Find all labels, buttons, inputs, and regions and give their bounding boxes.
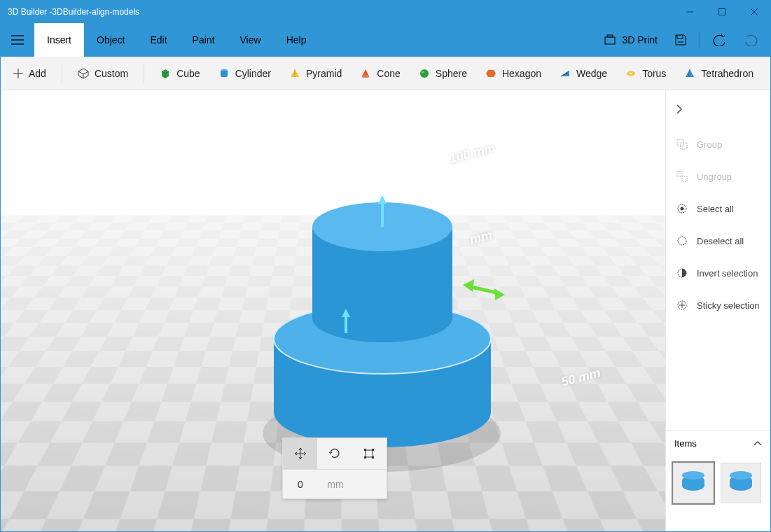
tab-label: Object	[97, 34, 125, 46]
items-header[interactable]: Items	[666, 430, 770, 456]
svg-rect-32	[364, 456, 366, 458]
tab-edit[interactable]: Edit	[137, 23, 179, 57]
deselect-all-button[interactable]: Deselect all	[666, 225, 770, 257]
sticky-selection-button[interactable]: Sticky selection	[666, 289, 770, 321]
undo-icon	[713, 34, 727, 46]
cone-icon	[360, 68, 371, 79]
tetrahedron-icon	[684, 68, 695, 79]
svg-rect-29	[366, 450, 373, 457]
shape-wedge[interactable]: Wedge	[555, 65, 611, 82]
tab-view[interactable]: View	[228, 23, 274, 57]
cube-outline-icon	[78, 68, 89, 79]
expand-panel-button[interactable]	[666, 99, 770, 120]
insert-ribbon: Add Custom Cube Cylinder Pyramid Cone Sp…	[1, 57, 770, 90]
shape-torus[interactable]: Torus	[621, 65, 670, 82]
menu-bar: Insert Object Edit Paint View Help 3D Pr…	[1, 23, 770, 57]
shape-cone[interactable]: Cone	[356, 65, 404, 82]
print-3d-icon	[604, 34, 616, 46]
maximize-icon	[718, 8, 725, 15]
group-label: Group	[697, 139, 722, 150]
svg-point-39	[681, 207, 684, 211]
group-button[interactable]: Group	[666, 128, 770, 160]
close-button[interactable]	[738, 1, 770, 23]
custom-button[interactable]: Custom	[74, 65, 132, 82]
tab-object[interactable]: Object	[84, 23, 137, 57]
hamburger-button[interactable]	[1, 23, 34, 57]
tab-label: Insert	[47, 34, 71, 46]
group-icon	[676, 138, 688, 150]
svg-point-14	[422, 71, 424, 73]
scale-mode-button[interactable]	[352, 438, 387, 469]
tab-insert[interactable]: Insert	[34, 23, 84, 57]
shape-label: Wedge	[576, 68, 607, 79]
svg-rect-36	[677, 172, 682, 176]
shape-cylinder[interactable]: Cylinder	[214, 65, 275, 82]
svg-marker-27	[494, 288, 505, 300]
plus-icon	[13, 69, 23, 78]
wedge-icon	[560, 68, 571, 79]
hexagon-icon	[485, 68, 496, 79]
invert-selection-label: Invert selection	[697, 268, 758, 279]
sticky-selection-icon	[676, 299, 688, 312]
undo-button[interactable]	[706, 23, 734, 57]
separator	[144, 64, 144, 83]
item-thumbnail[interactable]	[673, 463, 714, 503]
shape-label: Hexagon	[502, 68, 541, 79]
separator	[62, 64, 62, 83]
divider	[700, 31, 700, 48]
shape-tetrahedron[interactable]: Tetrahedron	[680, 65, 758, 82]
tab-help[interactable]: Help	[274, 23, 319, 57]
chevron-up-icon	[753, 440, 762, 448]
tab-paint[interactable]: Paint	[180, 23, 228, 57]
window-title: 3D Builder -3DBuilder-align-models	[1, 7, 674, 17]
cylinder-thumb-icon	[730, 475, 752, 491]
svg-rect-1	[719, 9, 725, 15]
shape-label: Cylinder	[235, 68, 271, 79]
pyramid-icon	[289, 68, 300, 79]
shape-hexagon[interactable]: Hexagon	[481, 65, 546, 82]
side-panel: Group Ungroup Select all Deselect all In…	[665, 90, 770, 531]
select-all-label: Select all	[697, 204, 734, 214]
select-all-button[interactable]: Select all	[666, 192, 770, 225]
rotate-icon	[328, 447, 341, 460]
svg-marker-28	[463, 279, 474, 292]
shape-pyramid[interactable]: Pyramid	[285, 65, 346, 82]
svg-marker-23	[378, 195, 387, 204]
save-button[interactable]	[667, 23, 694, 57]
tab-label: Paint	[193, 34, 215, 46]
cube-icon	[160, 68, 171, 79]
shape-label: Tetrahedron	[701, 68, 753, 79]
shape-sphere[interactable]: Sphere	[415, 65, 471, 82]
redo-icon	[744, 34, 758, 46]
shape-cube[interactable]: Cube	[155, 65, 204, 82]
svg-rect-30	[364, 449, 366, 451]
tab-label: Edit	[150, 34, 167, 46]
invert-selection-button[interactable]: Invert selection	[666, 257, 770, 289]
hamburger-icon	[11, 35, 24, 45]
cylinder-icon	[218, 68, 230, 79]
transform-toolbox: 0 mm	[282, 438, 387, 499]
main-area: 100 mm mm 50 mm 0 mm	[1, 90, 770, 531]
redo-button[interactable]	[737, 23, 765, 57]
move-mode-button[interactable]	[283, 438, 317, 469]
shape-label: Torus	[642, 68, 666, 79]
select-all-icon	[676, 202, 688, 215]
shape-label: Sphere	[436, 68, 467, 79]
save-icon	[674, 34, 687, 46]
item-thumbnail[interactable]	[721, 463, 761, 503]
maximize-button[interactable]	[706, 1, 738, 23]
3d-viewport[interactable]: 100 mm mm 50 mm 0 mm	[1, 90, 665, 531]
ungroup-button[interactable]: Ungroup	[666, 160, 770, 192]
sticky-selection-label: Sticky selection	[697, 300, 760, 311]
add-button[interactable]: Add	[9, 65, 50, 82]
minimize-button[interactable]	[674, 1, 706, 23]
shape-label: Cube	[176, 68, 200, 79]
transform-unit: mm	[318, 479, 353, 490]
transform-value[interactable]: 0	[283, 479, 318, 490]
app-window: 3D Builder -3DBuilder-align-models Inser…	[0, 0, 771, 532]
print-3d-button[interactable]: 3D Print	[597, 23, 665, 57]
scale-icon	[363, 447, 375, 460]
rotate-mode-button[interactable]	[317, 438, 352, 469]
cylinder-thumb-icon	[682, 475, 704, 491]
deselect-all-label: Deselect all	[697, 236, 744, 246]
